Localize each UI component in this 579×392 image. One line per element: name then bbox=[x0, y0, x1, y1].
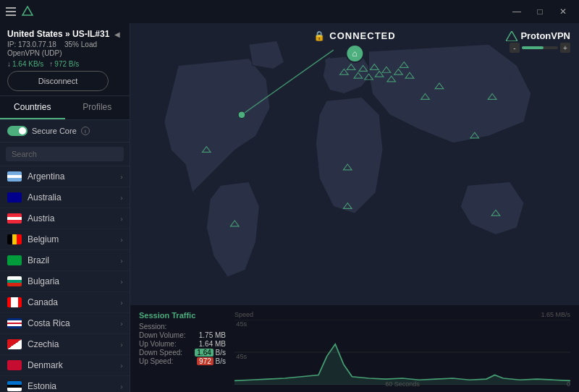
secure-core-row: Secure Core i bbox=[0, 120, 130, 142]
country-name: Denmark bbox=[28, 360, 117, 370]
title-bar-left bbox=[6, 6, 33, 17]
upload-speed: ↑ 972 B/s bbox=[49, 60, 79, 68]
chevron-right-icon: ⌃ bbox=[116, 174, 124, 179]
svg-text:45s: 45s bbox=[236, 320, 247, 328]
list-item[interactable]: Bulgaria⌃ bbox=[0, 271, 130, 292]
chevron-right-icon: ⌃ bbox=[116, 195, 124, 200]
sidebar-tabs: Countries Profiles bbox=[0, 96, 130, 120]
speed-label: Speed bbox=[234, 311, 253, 318]
map-area: 🔒 CONNECTED ⌂ ProtonVPN - bbox=[130, 23, 579, 392]
country-name: Czechia bbox=[28, 339, 117, 349]
connection-dot: ⌂ bbox=[345, 44, 364, 63]
country-flag bbox=[7, 360, 22, 370]
proton-logo-text: ProtonVPN bbox=[520, 30, 570, 41]
tab-profiles[interactable]: Profiles bbox=[65, 96, 130, 119]
country-name: Canada bbox=[28, 297, 117, 307]
list-item[interactable]: Denmark⌃ bbox=[0, 355, 130, 376]
secure-core-toggle[interactable] bbox=[7, 126, 28, 136]
country-name: Costa Rica bbox=[28, 318, 117, 328]
country-name: Argentina bbox=[28, 171, 117, 182]
up-volume-row: Up Volume: 1.64 MB bbox=[139, 340, 226, 348]
country-flag bbox=[7, 234, 22, 244]
zoom-in-button[interactable]: + bbox=[560, 43, 570, 53]
speed-right-label: 1.65 MB/s bbox=[541, 311, 570, 318]
list-item[interactable]: Argentina⌃ bbox=[0, 166, 130, 187]
country-name: Belgium bbox=[28, 234, 117, 244]
zoom-out-button[interactable]: - bbox=[510, 43, 520, 53]
country-flag bbox=[7, 318, 22, 328]
search-input[interactable] bbox=[6, 147, 124, 161]
zoom-track bbox=[522, 46, 558, 49]
list-item[interactable]: Estonia⌃ bbox=[0, 376, 130, 392]
list-item[interactable]: Belgium⌃ bbox=[0, 229, 130, 250]
list-item[interactable]: Brazil⌃ bbox=[0, 250, 130, 271]
session-row: Session: bbox=[139, 323, 226, 331]
traffic-title: Session Traffic bbox=[139, 311, 226, 320]
minimize-button[interactable]: — bbox=[507, 4, 527, 19]
list-item[interactable]: Canada⌃ bbox=[0, 292, 130, 313]
svg-marker-31 bbox=[234, 344, 570, 385]
close-button[interactable]: ✕ bbox=[553, 4, 573, 19]
chevron-right-icon: ⌃ bbox=[116, 383, 124, 389]
chevron-right-icon: ⌃ bbox=[116, 362, 124, 368]
secure-core-label: Secure Core bbox=[32, 127, 77, 135]
search-box bbox=[0, 142, 130, 166]
download-speed: ↓ 1.64 KB/s bbox=[7, 60, 43, 68]
chevron-right-icon: ⌃ bbox=[116, 299, 124, 305]
app-icon bbox=[22, 6, 33, 17]
menu-button[interactable] bbox=[6, 7, 16, 16]
country-flag bbox=[7, 213, 22, 223]
chevron-right-icon: ⌃ bbox=[116, 237, 124, 242]
connection-protocol: OpenVPN (UDP) bbox=[7, 49, 122, 57]
connection-header: United States » US-IL#31 ◀ IP: 173.0.77.… bbox=[0, 23, 130, 96]
maximize-button[interactable]: □ bbox=[530, 4, 550, 19]
zoom-slider: - + bbox=[510, 43, 570, 53]
zoom-fill bbox=[522, 46, 544, 49]
chevron-right-icon: ⌃ bbox=[116, 341, 124, 347]
country-flag bbox=[7, 171, 22, 182]
collapse-button[interactable]: ◀ bbox=[112, 29, 122, 39]
list-item[interactable]: Australia⌃ bbox=[0, 187, 130, 208]
home-icon: ⌂ bbox=[352, 48, 357, 59]
window-controls: — □ ✕ bbox=[507, 4, 573, 19]
traffic-chart: Speed 1.65 MB/s 45s 45s 60 Seconds bbox=[234, 311, 570, 388]
country-name: Australia bbox=[28, 192, 117, 203]
down-speed-row: Down Speed: 1.64 B/s bbox=[139, 349, 226, 357]
proton-logo: ProtonVPN - + bbox=[506, 30, 570, 53]
list-item[interactable]: Costa Rica⌃ bbox=[0, 313, 130, 334]
connection-server: United States » US-IL#31 ◀ bbox=[7, 29, 122, 39]
tab-countries[interactable]: Countries bbox=[0, 96, 65, 119]
chevron-right-icon: ⌃ bbox=[116, 257, 124, 263]
list-item[interactable]: Austria⌃ bbox=[0, 208, 130, 229]
x-axis-label: 60 Seconds bbox=[234, 380, 570, 388]
secure-core-info-icon[interactable]: i bbox=[81, 127, 90, 135]
country-flag bbox=[7, 339, 22, 349]
server-name: United States » US-IL#31 bbox=[7, 29, 109, 39]
country-list: Argentina⌃Australia⌃Austria⌃Belgium⌃Braz… bbox=[0, 166, 130, 392]
chevron-right-icon: ⌃ bbox=[116, 278, 124, 284]
title-bar: — □ ✕ bbox=[0, 0, 579, 23]
country-flag bbox=[7, 276, 22, 286]
country-name: Brazil bbox=[28, 255, 117, 265]
country-flag bbox=[7, 192, 22, 203]
connected-text: 🔒 CONNECTED bbox=[313, 30, 395, 41]
country-name: Austria bbox=[28, 213, 117, 223]
connection-ip: IP: 173.0.77.18 35% Load bbox=[7, 41, 122, 48]
connected-badge: 🔒 CONNECTED ⌂ bbox=[313, 30, 395, 63]
chevron-right-icon: ⌃ bbox=[116, 320, 124, 326]
svg-marker-0 bbox=[22, 7, 33, 15]
country-flag bbox=[7, 255, 22, 265]
svg-text:45s: 45s bbox=[236, 353, 247, 360]
disconnect-button[interactable]: Disconnect bbox=[7, 71, 109, 91]
world-map bbox=[130, 23, 579, 305]
lock-icon: 🔒 bbox=[313, 30, 326, 41]
main-layout: United States » US-IL#31 ◀ IP: 173.0.77.… bbox=[0, 23, 579, 392]
country-name: Bulgaria bbox=[28, 276, 117, 286]
traffic-panel: Session Traffic Session: Down Volume: 1.… bbox=[130, 305, 579, 392]
down-volume-row: Down Volume: 1.75 MB bbox=[139, 331, 226, 339]
list-item[interactable]: Czechia⌃ bbox=[0, 334, 130, 355]
chevron-right-icon: ⌃ bbox=[116, 216, 124, 221]
country-name: Estonia bbox=[28, 381, 117, 391]
x-axis-right-label: 0 bbox=[567, 380, 570, 388]
up-speed-row: Up Speed: 972 B/s bbox=[139, 357, 226, 365]
